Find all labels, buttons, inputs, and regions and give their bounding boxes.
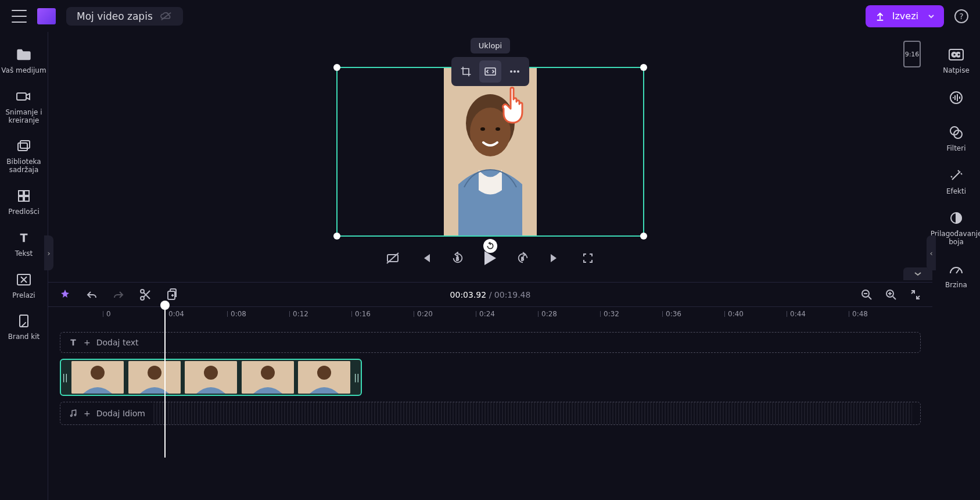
redo-button[interactable] — [112, 288, 125, 301]
ruler-tick: 0:32 — [604, 310, 619, 318]
sidebar-item-record[interactable]: Snimanje i kreiranje — [1, 84, 47, 128]
audio-track-placeholder[interactable]: + Dodaj Idiom — [60, 402, 921, 425]
project-title-chip[interactable]: Moj video zapis — [66, 7, 183, 26]
time-total: 00:19.48 — [494, 290, 531, 299]
audio-icon — [947, 89, 965, 106]
sidebar-item-library[interactable]: Biblioteka sadržaja — [1, 134, 47, 178]
clip-trim-right[interactable]: || — [353, 373, 361, 382]
sidebar-item-brandkit[interactable]: Brand kit — [1, 309, 47, 345]
back-5s-button[interactable]: 5 — [450, 251, 465, 266]
playhead[interactable] — [164, 306, 166, 458]
project-title: Moj video zapis — [77, 10, 153, 22]
sidebar-label: Prelazi — [12, 292, 35, 300]
ruler-tick: 0:28 — [541, 310, 557, 318]
export-button[interactable]: Izvezi — [866, 5, 944, 27]
ruler-tick: 0:44 — [790, 310, 806, 318]
svg-rect-2 — [18, 143, 27, 151]
selection-outline[interactable] — [336, 67, 644, 237]
menu-button[interactable] — [12, 10, 27, 23]
next-frame-button[interactable] — [548, 251, 563, 266]
sidebar-item-captions[interactable]: CC Natpise — [933, 42, 979, 78]
sidebar-item-color[interactable]: Prilagođavanje boja — [933, 206, 979, 250]
clip-thumb — [71, 361, 124, 394]
transition-icon — [15, 271, 33, 288]
clip-thumb — [242, 361, 294, 394]
ruler-tick: 0:12 — [293, 310, 308, 318]
rotate-handle[interactable] — [483, 239, 497, 253]
timeline-ruler[interactable]: 00:040:080:120:160:200:240:280:320:360:4… — [48, 306, 932, 324]
fullscreen-button[interactable] — [580, 251, 595, 266]
brandkit-icon — [15, 312, 33, 330]
sidebar-label: Prilagođavanje boja — [931, 230, 980, 247]
sidebar-item-speed[interactable]: Brzina — [933, 257, 979, 293]
text-track-placeholder[interactable]: + Dodaj text — [60, 332, 921, 353]
clip-thumbnails — [69, 360, 353, 395]
plus-icon: + — [84, 338, 91, 347]
cc-icon: CC — [947, 46, 965, 63]
ruler-tick: 0:16 — [355, 310, 371, 318]
help-button[interactable]: ? — [954, 9, 968, 23]
svg-text:CC: CC — [952, 52, 960, 58]
ruler-tick: 0:20 — [417, 310, 433, 318]
ruler-tick: 0:48 — [852, 310, 868, 318]
svg-point-12 — [514, 70, 516, 73]
crop-button[interactable] — [455, 60, 477, 83]
resize-handle-tr[interactable] — [640, 64, 647, 71]
sidebar-label: Brzina — [945, 281, 967, 290]
ruler-tick: 0 — [106, 310, 111, 318]
text-icon — [69, 338, 78, 347]
expand-right-panel-button[interactable]: ‹ — [927, 235, 936, 270]
wand-icon — [947, 167, 965, 184]
top-bar: Moj video zapis Izvezi ? — [0, 0, 980, 32]
resize-handle-bl[interactable] — [333, 233, 340, 240]
svg-rect-1 — [17, 93, 26, 100]
export-label: Izvezi — [892, 10, 918, 22]
svg-point-35 — [261, 366, 275, 380]
svg-point-38 — [70, 415, 72, 417]
text-icon — [15, 229, 33, 247]
prev-frame-button[interactable] — [418, 251, 433, 266]
undo-button[interactable] — [85, 288, 98, 301]
canvas-area: Uklopi 9:16 — [48, 32, 932, 282]
library-icon — [15, 137, 33, 155]
video-clip[interactable]: || || — [60, 359, 362, 396]
svg-point-39 — [74, 414, 76, 416]
ruler-tick: 0:08 — [231, 310, 246, 318]
sidebar-item-audio[interactable] — [933, 85, 979, 113]
zoom-in-button[interactable] — [885, 288, 898, 301]
mute-button[interactable] — [385, 251, 400, 266]
sidebar-label: Filteri — [946, 145, 965, 153]
aspect-ratio-button[interactable]: 9:16 — [903, 41, 921, 67]
layout-icon — [15, 187, 33, 205]
fit-button[interactable] — [479, 60, 501, 83]
svg-text:5: 5 — [521, 256, 524, 262]
fwd-5s-button[interactable]: 5 — [515, 251, 530, 266]
zoom-out-button[interactable] — [860, 288, 873, 301]
resize-handle-tl[interactable] — [333, 64, 340, 71]
upload-icon — [875, 11, 885, 22]
fit-zoom-button[interactable] — [909, 288, 922, 301]
sidebar-label: Snimanje i kreiranje — [1, 109, 47, 125]
sidebar-label: Brand kit — [8, 333, 40, 341]
sidebar-item-filters[interactable]: Filteri — [933, 120, 979, 156]
split-button[interactable] — [139, 288, 152, 301]
duplicate-button[interactable] — [166, 288, 178, 301]
sidebar-item-transitions[interactable]: Prelazi — [1, 267, 47, 303]
sidebar-label: Predlošci — [8, 208, 40, 216]
right-sidebar: ‹ CC Natpise Filteri Efekti Prilagođavan… — [932, 32, 980, 500]
more-button[interactable] — [504, 60, 526, 83]
resize-handle-br[interactable] — [640, 233, 647, 240]
svg-point-37 — [317, 366, 331, 380]
sidebar-item-templates[interactable]: Predlošci — [1, 184, 47, 220]
preview-canvas[interactable] — [336, 67, 644, 237]
plus-icon: + — [84, 409, 91, 418]
svg-point-29 — [91, 366, 105, 380]
floating-toolbar — [451, 57, 529, 86]
sidebar-item-text[interactable]: Tekst — [1, 226, 47, 262]
sidebar-item-effects[interactable]: Efekti — [933, 163, 979, 199]
clip-trim-left[interactable]: || — [61, 373, 69, 382]
audio-track-label: Dodaj Idiom — [96, 409, 145, 418]
folder-icon — [15, 46, 33, 63]
magic-button[interactable] — [59, 288, 71, 301]
sidebar-item-media[interactable]: Vaš medijum — [1, 42, 47, 78]
